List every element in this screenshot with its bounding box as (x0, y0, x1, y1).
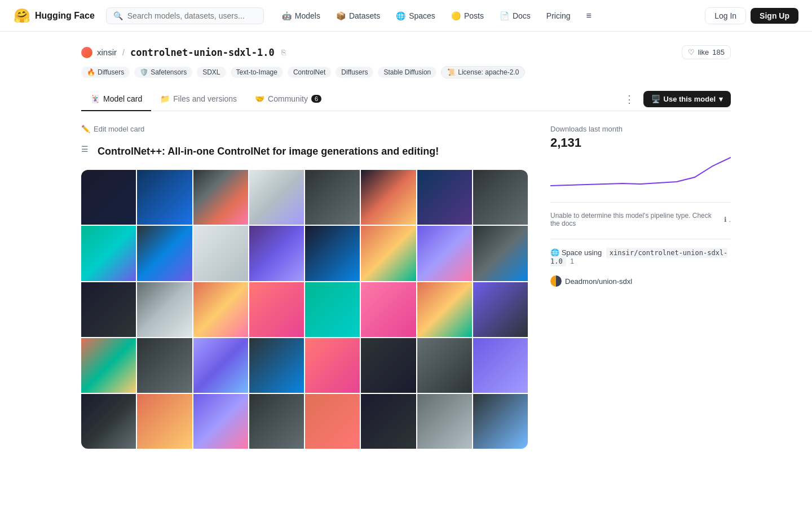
docs-icon: 📄 (500, 11, 509, 20)
like-button[interactable]: ♡ like 185 (682, 45, 731, 59)
tab-community-label: Community (268, 94, 308, 103)
nav-actions: Log In Sign Up (705, 7, 798, 24)
copy-button[interactable]: ⎘ (279, 47, 288, 58)
space-count: 1 (570, 257, 574, 265)
tag-safetensors-label: Safetensors (151, 68, 187, 76)
tab-model-card[interactable]: 🃏 Model card (81, 87, 151, 111)
search-input[interactable] (127, 11, 257, 20)
grid-cell-2-7 (417, 226, 472, 281)
owner-avatar (81, 47, 92, 58)
space-avatar-multi (550, 275, 562, 287)
grid-cell-2-8 (473, 226, 528, 281)
grid-cell-3-7 (417, 282, 472, 337)
copy-icon: ⎘ (281, 48, 286, 56)
diffusers-icon: 🔥 (87, 68, 95, 76)
edit-label: Edit model card (94, 125, 144, 133)
nav-models[interactable]: 🤖 Models (275, 8, 327, 24)
tag-sdxl[interactable]: SDXL (197, 67, 226, 78)
grid-cell-5-1 (81, 394, 136, 449)
grid-cell-2-6 (361, 226, 416, 281)
grid-cell-1-6 (361, 170, 416, 225)
model-title-row: ☰ ControlNet++: All-in-one ControlNet fo… (81, 144, 528, 159)
space-avatar-deadmon (550, 275, 562, 287)
grid-cell-2-3 (193, 226, 248, 281)
grid-cell-3-1 (81, 282, 136, 337)
image-grid (81, 170, 528, 449)
nav-posts[interactable]: 🟡 Posts (444, 8, 491, 24)
model-title: ControlNet++: All-in-one ControlNet for … (98, 144, 439, 159)
files-icon: 📁 (160, 94, 170, 103)
tags-container: 🔥 Diffusers 🛡️ Safetensors SDXL Text-to-… (81, 66, 731, 78)
repo-owner[interactable]: xinsir (97, 47, 117, 57)
grid-cell-2-1 (81, 226, 136, 281)
spaces-icon: 🌐 (396, 11, 405, 20)
grid-cell-3-3 (193, 282, 248, 337)
nav-docs[interactable]: 📄 Docs (493, 8, 537, 24)
use-model-button[interactable]: 🖥️ Use this model ▾ (643, 91, 731, 107)
models-icon: 🤖 (282, 11, 292, 20)
navbar: 🤗 Hugging Face 🔍 🤖 Models 📦 Datasets 🌐 S… (0, 0, 812, 32)
login-button[interactable]: Log In (705, 7, 746, 24)
grid-cell-5-6 (361, 394, 416, 449)
posts-icon: 🟡 (451, 11, 461, 20)
sidebar: Downloads last month 2,131 Unable to det… (550, 125, 731, 449)
tag-license[interactable]: 📜 License: apache-2.0 (441, 66, 525, 78)
nav-datasets[interactable]: 📦 Datasets (329, 8, 387, 24)
like-count: 185 (712, 48, 725, 56)
grid-cell-2-2 (137, 226, 192, 281)
chart-svg (550, 155, 731, 189)
signup-button[interactable]: Sign Up (751, 8, 798, 24)
grid-cell-1-4 (249, 170, 304, 225)
community-icon: 🤝 (255, 94, 264, 103)
tab-files-versions[interactable]: 📁 Files and versions (151, 87, 246, 111)
nav-datasets-label: Datasets (349, 11, 380, 20)
nav-pricing[interactable]: Pricing (540, 8, 577, 24)
pipeline-warning: Unable to determine this model's pipelin… (550, 212, 731, 227)
tabs-container: 🃏 Model card 📁 Files and versions 🤝 Comm… (81, 87, 731, 111)
nav-spaces[interactable]: 🌐 Spaces (389, 8, 442, 24)
info-icon: ℹ (724, 216, 727, 224)
chevron-down-icon: ▾ (719, 95, 723, 103)
pipeline-warning-dot: . (729, 216, 731, 224)
downloads-chart (550, 155, 731, 189)
tag-stable-diffusion-label: Stable Diffusion (383, 68, 431, 76)
tag-stable-diffusion[interactable]: Stable Diffusion (378, 67, 436, 78)
tab-community[interactable]: 🤝 Community 6 (246, 87, 330, 111)
more-options-button[interactable]: ⋮ (620, 91, 639, 108)
community-badge: 6 (311, 95, 321, 103)
page: xinsir / controlnet-union-sdxl-1.0 ⎘ ♡ l… (68, 32, 744, 449)
page-content: ✏️ Edit model card ☰ ControlNet++: All-i… (81, 111, 731, 449)
space-item-deadmon[interactable]: Deadmon/union-sdxl (550, 272, 731, 290)
tag-controlnet[interactable]: ControlNet (288, 67, 331, 78)
nav-models-label: Models (295, 11, 320, 20)
heart-icon: ♡ (688, 48, 695, 56)
grid-cell-5-2 (137, 394, 192, 449)
edit-model-card-link[interactable]: ✏️ Edit model card (81, 125, 528, 133)
logo[interactable]: 🤗 Hugging Face (14, 8, 95, 24)
tag-diffusers[interactable]: 🔥 Diffusers (81, 67, 130, 78)
grid-cell-3-4 (249, 282, 304, 337)
tag-license-label: License: apache-2.0 (458, 68, 519, 76)
safetensors-icon: 🛡️ (140, 68, 148, 76)
space-using-label: Space using (562, 248, 602, 257)
tag-diffusers2[interactable]: Diffusers (336, 67, 373, 78)
use-model-label: Use this model (664, 95, 716, 103)
tag-safetensors[interactable]: 🛡️ Safetensors (134, 67, 192, 78)
search-box[interactable]: 🔍 (106, 7, 264, 24)
repo-name: controlnet-union-sdxl-1.0 (130, 47, 275, 58)
tag-text-to-image[interactable]: Text-to-Image (231, 67, 283, 78)
nav-more[interactable]: ≡ (580, 7, 598, 24)
monitor-icon: 🖥️ (651, 95, 660, 103)
grid-cell-1-7 (417, 170, 472, 225)
tag-diffusers-label: Diffusers (98, 68, 124, 76)
grid-cell-3-2 (137, 282, 192, 337)
nav-posts-label: Posts (464, 11, 484, 20)
grid-cell-4-3 (193, 338, 248, 393)
search-icon: 🔍 (113, 11, 123, 20)
more-icon: ≡ (586, 11, 592, 21)
grid-cell-5-4 (249, 394, 304, 449)
tab-files-label: Files and versions (173, 94, 237, 103)
grid-cell-4-2 (137, 338, 192, 393)
space-icon: 🌐 (550, 248, 559, 257)
divider-2 (550, 239, 731, 239)
